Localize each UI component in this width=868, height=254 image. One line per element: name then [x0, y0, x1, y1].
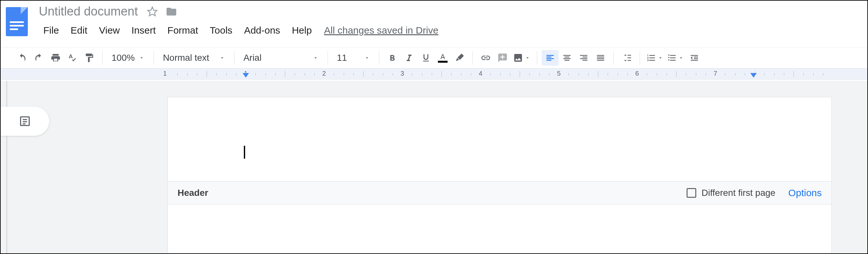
titlebar: Untitled document File Edit View Insert …: [1, 1, 867, 47]
ruler-number: 5: [555, 70, 562, 77]
ruler-number: 2: [320, 70, 328, 77]
header-options-button[interactable]: Options: [788, 187, 822, 198]
align-left-button[interactable]: [542, 50, 559, 66]
chevron-down-icon: [678, 55, 684, 61]
ruler-number: 7: [711, 70, 719, 77]
menubar: File Edit View Insert Format Tools Add-o…: [37, 22, 864, 38]
different-first-page-label: Different first page: [702, 188, 775, 198]
spellcheck-button[interactable]: [64, 50, 81, 66]
separator: [472, 51, 473, 65]
zoom-dropdown[interactable]: 100%: [107, 50, 149, 66]
chevron-down-icon: [313, 55, 318, 61]
ruler-number: 4: [477, 70, 484, 77]
paragraph-style-dropdown[interactable]: Normal text: [158, 50, 229, 66]
menu-view[interactable]: View: [93, 22, 125, 38]
line-spacing-button[interactable]: [618, 50, 635, 66]
font-size-dropdown[interactable]: 11: [333, 50, 374, 66]
menu-file[interactable]: File: [37, 22, 65, 38]
document-outline-toggle[interactable]: [1, 107, 49, 136]
text-cursor: [244, 146, 245, 159]
menu-format[interactable]: Format: [162, 22, 204, 38]
decrease-indent-button[interactable]: [686, 50, 703, 66]
chevron-down-icon: [364, 55, 370, 61]
numbered-list-button[interactable]: [645, 50, 665, 66]
add-comment-button[interactable]: [494, 50, 511, 66]
redo-button[interactable]: [30, 50, 47, 66]
title-row: Untitled document: [37, 4, 864, 19]
menu-edit[interactable]: Edit: [65, 22, 93, 38]
header-label: Header: [178, 188, 687, 198]
ruler-number: 1: [161, 70, 168, 77]
save-status[interactable]: All changes saved in Drive: [324, 25, 438, 36]
undo-button[interactable]: [13, 50, 30, 66]
move-folder-icon[interactable]: [165, 6, 177, 18]
chevron-down-icon: [139, 55, 145, 61]
separator: [102, 51, 102, 65]
ruler-number: 6: [633, 70, 641, 77]
paragraph-style-value: Normal text: [163, 53, 215, 63]
font-family-value: Arial: [244, 53, 309, 63]
chevron-down-icon: [525, 55, 530, 61]
separator: [154, 51, 154, 65]
font-size-value: 11: [337, 53, 360, 63]
toolbar: 100% Normal text Arial 11: [1, 47, 867, 68]
chevron-down-icon: [657, 55, 663, 61]
insert-link-button[interactable]: [477, 50, 494, 66]
zoom-value: 100%: [112, 53, 135, 63]
document-page[interactable]: Header Different first page Options: [167, 97, 832, 253]
text-color-button[interactable]: [434, 50, 451, 66]
paint-format-button[interactable]: [81, 50, 98, 66]
italic-button[interactable]: [401, 50, 417, 66]
bulleted-list-button[interactable]: [665, 50, 686, 66]
separator: [379, 51, 379, 65]
star-icon[interactable]: [147, 6, 158, 17]
bold-button[interactable]: [384, 50, 401, 66]
chevron-down-icon: [219, 55, 225, 61]
document-title-input[interactable]: Untitled document: [37, 4, 139, 19]
font-family-dropdown[interactable]: Arial: [239, 50, 323, 66]
docs-logo-icon[interactable]: [6, 7, 28, 36]
title-column: Untitled document File Edit View Insert …: [37, 4, 864, 38]
print-button[interactable]: [47, 50, 64, 66]
separator: [328, 51, 328, 65]
right-indent-marker[interactable]: [750, 73, 757, 77]
svg-marker-0: [148, 7, 157, 15]
ruler-number: 3: [398, 70, 406, 77]
insert-image-button[interactable]: [511, 50, 532, 66]
separator: [614, 51, 614, 65]
separator: [537, 51, 537, 65]
separator: [640, 51, 640, 65]
separator: [234, 51, 235, 65]
align-right-button[interactable]: [575, 50, 592, 66]
different-first-page-checkbox[interactable]: Different first page: [687, 188, 775, 198]
align-justify-button[interactable]: [592, 50, 609, 66]
menu-insert[interactable]: Insert: [126, 22, 162, 38]
menu-tools[interactable]: Tools: [204, 22, 238, 38]
horizontal-ruler[interactable]: 11234567: [1, 68, 867, 80]
left-indent-marker[interactable]: [243, 73, 249, 77]
workspace: Header Different first page Options: [1, 81, 867, 253]
underline-button[interactable]: [417, 50, 434, 66]
header-editing-band: Header Different first page Options: [168, 181, 832, 204]
highlight-color-button[interactable]: [451, 50, 468, 66]
align-center-button[interactable]: [559, 50, 575, 66]
menu-addons[interactable]: Add-ons: [238, 22, 286, 38]
menu-help[interactable]: Help: [286, 22, 317, 38]
checkbox-icon: [687, 188, 696, 198]
